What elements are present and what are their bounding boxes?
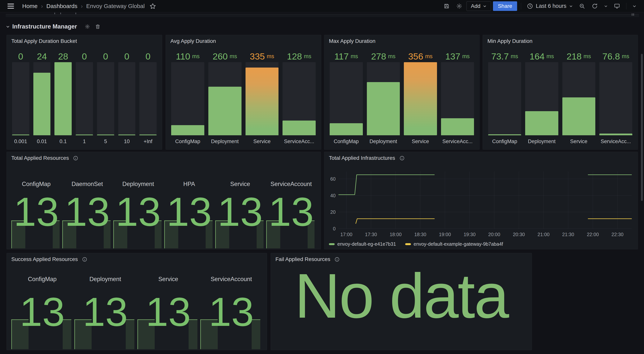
clipped-panel-remnant [6,14,639,17]
panel-total-applied-resources: Total Applied Resources ConfigMap13Daemo… [6,152,321,249]
bar-value: 0 [12,50,29,62]
bar-value: 28 [54,50,72,62]
stat-value: 13 [74,292,136,332]
bar-fill [33,73,50,135]
bar-value-unit: ms [425,53,432,59]
bar-fill [54,62,72,135]
share-button[interactable]: Share [493,1,517,11]
bar-value-unit: ms [230,53,237,59]
bar-column: 76.8msServiceAcc... [599,50,632,145]
panel-title[interactable]: Avg Apply Duration [170,38,216,44]
bar-value: 117ms [330,50,363,62]
stat-hpa: HPA13 [164,152,214,249]
breadcrumb-separator: › [41,3,43,9]
y-axis-tick: 20 [330,209,336,215]
star-icon[interactable] [148,1,158,11]
bar-axis-label: ConfigMap [488,135,521,145]
bar-fill [525,111,558,135]
bar-fill [562,97,595,135]
bar-column: 218msService [562,50,595,145]
bar-track [404,62,437,135]
x-axis-tick: 18:00 [390,232,402,237]
row-settings-gear-icon[interactable] [85,24,90,29]
no-data-message: No data [271,259,532,332]
bar-track [118,62,136,135]
bar-value-unit: ms [622,53,629,59]
panel-title[interactable]: Total Apply Duration Bucket [11,38,77,44]
time-range-picker[interactable]: Last 6 hours [525,1,575,11]
bar-value-unit: ms [462,53,470,59]
bar-track [12,62,29,135]
legend-item[interactable]: envoy-default-example-gateway-9b7aba4f [405,241,503,247]
bar-column: 356msService [404,50,437,145]
legend-color-pill [405,243,411,245]
legend-item[interactable]: envoy-default-eg-e41e7b31 [329,241,396,247]
stat-daemonset: DaemonSet13 [62,152,112,249]
bar-value: 218ms [562,50,595,62]
bar-axis-label: 0.01 [33,135,50,145]
bar-track [33,62,50,135]
time-range-label: Last 6 hours [536,3,566,9]
x-axis-tick: 22:00 [587,232,599,237]
bar-axis-label: ServiceAcc... [441,135,474,145]
stat-label: Service [138,276,199,283]
bar-value: 0 [139,50,156,62]
breadcrumb-item[interactable]: Dashboards [46,3,78,9]
panel-resize-handle [632,13,632,16]
breadcrumb-item[interactable]: Home [22,3,38,9]
bar-value-unit: ms [304,53,312,59]
bar-value: 24 [33,50,50,62]
panel-title[interactable]: Min Apply Duration [488,38,532,44]
bar-value: 137ms [441,50,474,62]
bar-value-unit: ms [388,53,396,59]
chevron-down-icon [569,4,573,8]
stat-label: Service [215,181,265,187]
panel-title[interactable]: Max Apply Duration [329,38,376,44]
stat-value: 13 [164,191,214,232]
bar-column: 0+Inf [139,50,156,145]
bar-fill [12,135,29,135]
chevron-down-icon[interactable] [6,24,10,29]
stat-label: ServiceAccount [200,276,262,283]
save-icon[interactable] [441,1,452,11]
refresh-icon[interactable] [590,1,600,11]
bar-axis-label: Deployment [525,135,558,145]
stat-label: Deployment [74,276,136,283]
bar-column: 260msDeployment [208,50,242,145]
refresh-interval-chevron-icon[interactable] [602,1,610,11]
bar-axis-label: ConfigMap [330,135,363,145]
stat-deployment: Deployment13 [113,152,163,249]
bar-column: 335msService [246,50,279,145]
bar-axis-label: ServiceAcc... [599,135,632,145]
bar-column: 05 [97,50,114,145]
add-button[interactable]: Add [466,1,491,11]
gear-icon[interactable] [454,1,464,11]
stat-row: ConfigMap13Deployment13Service13ServiceA… [11,253,262,350]
hamburger-menu-icon[interactable] [5,1,16,11]
nav-divider [521,3,521,9]
collapse-nav-chevron-icon[interactable] [630,1,639,11]
bar-column: 73.7msConfigMap [488,50,521,145]
bar-fill [488,134,521,135]
kiosk-monitor-icon[interactable] [612,1,622,11]
x-axis-tick: 20:00 [488,232,500,237]
row-title[interactable]: Infrastructure Manager [12,23,77,30]
bar-fill [76,135,93,135]
row-delete-trash-icon[interactable] [95,24,100,29]
stat-serviceaccount: ServiceAccount13 [266,152,316,249]
bar-column: 010 [118,50,136,145]
panel-resize-handle [633,13,634,16]
page-scrollbar[interactable] [641,54,643,201]
bar-fill [97,135,114,135]
stat-deployment: Deployment13 [74,253,136,350]
bar-fill [282,121,316,135]
zoom-out-icon[interactable] [577,1,588,11]
hamburger-bars [8,4,14,8]
x-axis-tick: 17:30 [365,232,377,237]
bar-axis-label: ConfigMap [171,135,204,145]
bar-value: 110ms [171,50,204,62]
breadcrumb-item[interactable]: Envoy Gateway Global [86,3,145,9]
bar-track [139,62,156,135]
chevron-down-icon [483,4,487,8]
bar-track [488,62,521,135]
